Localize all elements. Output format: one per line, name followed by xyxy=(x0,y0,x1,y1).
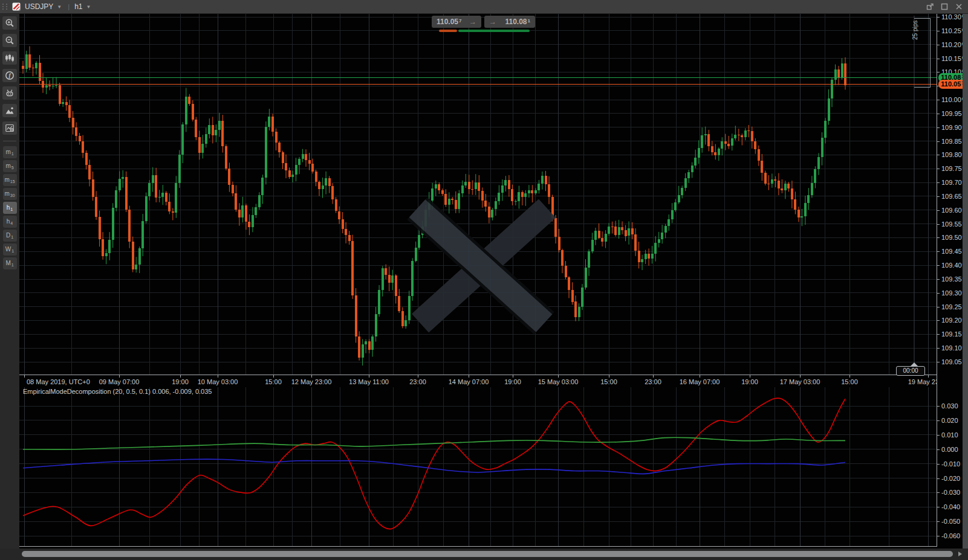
indicator-title[interactable]: EmpiricalModeDecomposition (20, 0.5, 0.1… xyxy=(23,388,212,395)
indicator-panel[interactable] xyxy=(19,387,937,547)
time-axis-label: 19:00 xyxy=(741,378,758,385)
popout-button[interactable] xyxy=(924,1,935,12)
timeframe-D1-button[interactable]: D1 xyxy=(3,230,17,242)
chart-settings-icon xyxy=(5,123,15,133)
time-axis-tick xyxy=(700,375,700,378)
time-axis-label: 14 May 07:00 xyxy=(449,378,489,385)
time-axis-label: 23:00 xyxy=(645,378,661,385)
emd-lower-band-line xyxy=(23,459,845,474)
time-axis-label: 08 May 2019, UTC+0 xyxy=(27,378,90,385)
timeframe-M1-button[interactable]: M1 xyxy=(3,257,17,269)
price-axis-label: 109.800 xyxy=(941,151,965,158)
popout-icon xyxy=(926,2,934,11)
time-axis-tick xyxy=(609,375,609,378)
buy-sentiment-segment xyxy=(458,30,530,32)
titlebar-divider: | xyxy=(68,3,70,10)
price-axis-tick xyxy=(937,182,940,183)
ask-arrow-icon: → xyxy=(489,18,496,26)
horizontal-scrollbar xyxy=(0,549,968,560)
price-axis-tick xyxy=(937,224,940,225)
time-axis-tick xyxy=(653,375,654,378)
instrument-chart-icon xyxy=(12,2,21,11)
zoom-in-button[interactable] xyxy=(2,16,17,30)
indicator-axis-tick xyxy=(937,435,940,436)
time-axis-tick xyxy=(418,375,418,378)
timeframe-m1-button[interactable]: m1 xyxy=(3,146,17,158)
drag-grip[interactable] xyxy=(1,2,10,11)
price-axis-label: 109.200 xyxy=(941,317,965,324)
sell-price-box[interactable]: 110.057 → xyxy=(432,16,481,28)
time-axis-tick xyxy=(800,375,801,378)
symbol-selector[interactable]: USDJPY xyxy=(25,2,53,11)
bid-arrow-icon: → xyxy=(469,18,476,26)
bid-price: 110.057 xyxy=(437,18,462,26)
zoom-out-button[interactable] xyxy=(2,34,17,47)
price-axis-tick xyxy=(937,45,940,45)
price-axis-tick xyxy=(937,100,940,100)
indicator-axis-tick xyxy=(937,507,940,507)
timeframe-h1-button[interactable]: h1 xyxy=(3,202,17,214)
horizontal-scrollbar-thumb[interactable] xyxy=(22,551,953,557)
timeframe-W1-button[interactable]: W1 xyxy=(3,243,17,256)
price-axis-label: 109.950 xyxy=(941,110,965,117)
indicator-axis-tick xyxy=(937,464,940,465)
timeframe-selector[interactable]: h1 xyxy=(74,2,82,11)
price-axis-tick xyxy=(937,334,940,335)
scroll-right-arrow-icon[interactable] xyxy=(958,552,964,556)
price-axis-label: 109.100 xyxy=(941,344,965,352)
indicator-axis-tick xyxy=(937,521,940,522)
time-axis-label: 15:00 xyxy=(265,378,282,385)
indicator-axis-label: -0.020 xyxy=(941,475,960,482)
time-axis-tick xyxy=(469,375,469,378)
maximize-button[interactable] xyxy=(939,1,950,12)
price-axis-label: 109.450 xyxy=(941,248,965,255)
timeframe-h4-button[interactable]: h4 xyxy=(3,216,17,228)
price-axis-label: 110.150 xyxy=(941,55,964,62)
zoom-out-icon xyxy=(5,36,15,45)
mountain-photo-icon xyxy=(5,106,15,115)
price-axis-label: 110.300 xyxy=(941,13,964,21)
trading-chart-window: USDJPY ▼ | h1 ▼ xyxy=(0,0,968,560)
chart-settings-button[interactable] xyxy=(2,121,17,135)
zoom-in-icon xyxy=(5,18,15,28)
sell-sentiment-segment xyxy=(439,30,457,32)
price-axis-label: 109.550 xyxy=(941,220,965,228)
symbol-dropdown-icon[interactable]: ▼ xyxy=(57,4,62,10)
indicator-axis-label: 0.010 xyxy=(941,431,958,439)
indicators-button[interactable]: f xyxy=(2,69,17,82)
buy-price-box[interactable]: → 110.081 xyxy=(484,16,535,28)
time-axis-label: 09 May 07:00 xyxy=(99,378,140,385)
price-axis-label: 109.150 xyxy=(941,330,965,338)
time-axis[interactable]: 08 May 2019, UTC+009 May 07:0019:0010 Ma… xyxy=(19,375,937,387)
indicator-axis-tick xyxy=(937,536,940,536)
timeframe-m15-button[interactable]: m15 xyxy=(3,174,17,186)
indicator-axis-label: -0.040 xyxy=(941,503,960,510)
trading-robot-button[interactable] xyxy=(2,86,17,100)
vertical-scrollbar[interactable] xyxy=(963,13,968,549)
chart-type-button[interactable] xyxy=(2,51,17,65)
time-axis-tick xyxy=(119,375,120,378)
chart-image-button[interactable] xyxy=(2,104,17,117)
price-axis-tick xyxy=(937,141,940,142)
time-axis-label: 17 May 03:00 xyxy=(780,378,820,385)
price-axis-label: 109.650 xyxy=(941,193,965,200)
price-axis-tick xyxy=(937,320,940,321)
timeframe-m5-button[interactable]: m5 xyxy=(3,160,17,172)
title-bar: USDJPY ▼ | h1 ▼ xyxy=(0,0,968,14)
time-axis-tick xyxy=(369,375,369,378)
indicator-axis-label: 0.020 xyxy=(941,417,958,424)
time-axis-tick xyxy=(849,375,850,378)
window-controls xyxy=(924,1,964,12)
timeframe-dropdown-icon[interactable]: ▼ xyxy=(86,4,91,10)
price-axis-label: 110.000 xyxy=(941,96,964,103)
price-axis-tick xyxy=(937,348,940,349)
timeframe-m30-button[interactable]: m30 xyxy=(3,188,17,200)
time-axis-tick xyxy=(928,375,929,378)
time-axis-tick xyxy=(558,375,559,378)
price-axis-label: 109.050 xyxy=(941,358,965,365)
time-axis-label: 15:00 xyxy=(600,378,617,385)
price-axis-tick xyxy=(937,307,940,307)
pips-measure-label: 25 pips xyxy=(912,21,918,40)
close-button[interactable] xyxy=(953,1,964,12)
price-axis-label: 110.250 xyxy=(941,27,964,34)
